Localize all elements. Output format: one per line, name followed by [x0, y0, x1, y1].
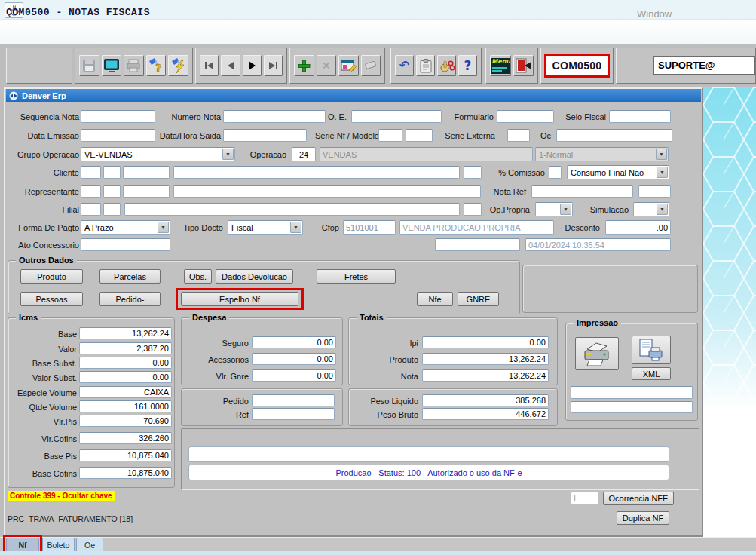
field-selo-fiscal[interactable]: [609, 110, 671, 123]
field-nota-ref[interactable]: [531, 185, 633, 198]
tab-oe[interactable]: Oe: [76, 538, 103, 551]
field-comissao[interactable]: [549, 166, 562, 179]
user-field[interactable]: SUPORTE@: [653, 56, 755, 75]
field-data-emissao[interactable]: [81, 129, 155, 142]
field-representante-3[interactable]: [123, 185, 170, 198]
field-peso-bruto[interactable]: 446.672: [422, 408, 549, 420]
nav-prev-button[interactable]: [221, 55, 240, 76]
field-ato-concessorio[interactable]: [81, 238, 170, 251]
field-vlr-gnre[interactable]: 0.00: [252, 369, 336, 382]
field-icms-base[interactable]: 13,262.24: [79, 327, 172, 339]
nav-first-button[interactable]: [200, 55, 219, 76]
query-form-button[interactable]: [338, 55, 359, 76]
execute-hand-button[interactable]: [437, 55, 456, 76]
obs-button[interactable]: Obs.: [184, 269, 212, 284]
field-peso-liquido[interactable]: 385.268: [422, 394, 549, 406]
field-oc[interactable]: [556, 129, 672, 142]
dropdown-forma-pagto[interactable]: A Prazo ▼: [81, 220, 170, 235]
chevron-down-icon[interactable]: ▼: [158, 222, 169, 233]
field-nota-ref-serie[interactable]: [638, 185, 671, 198]
field-base-pis[interactable]: 10,875.040: [79, 449, 172, 461]
field-seguro[interactable]: 0.00: [252, 336, 336, 348]
field-impressao-1[interactable]: [571, 386, 693, 399]
field-pedido[interactable]: [252, 394, 335, 406]
window-menu[interactable]: Window: [637, 8, 672, 20]
field-icms-valor[interactable]: 2,387.20: [79, 342, 172, 354]
field-vlr-pis[interactable]: 70.690: [79, 415, 172, 427]
field-filial-uf[interactable]: [464, 203, 482, 216]
undo-button[interactable]: ↶: [395, 55, 414, 76]
field-total-produto[interactable]: 13,262.24: [422, 353, 549, 365]
field-especie-volume[interactable]: CAIXA: [79, 386, 172, 398]
save-button[interactable]: [79, 55, 99, 76]
field-oe[interactable]: [351, 110, 442, 123]
field-total-nota[interactable]: 13,262.24: [422, 369, 549, 382]
field-representante-2[interactable]: [103, 185, 121, 198]
dropdown-op-propria[interactable]: ▼: [535, 202, 573, 216]
field-modelo[interactable]: [406, 129, 433, 142]
field-representante-nome[interactable]: [173, 185, 481, 198]
field-cliente-3[interactable]: [123, 166, 170, 179]
field-serie-nf[interactable]: [378, 129, 402, 142]
field-desconto[interactable]: .00: [605, 220, 671, 235]
field-cliente-2[interactable]: [103, 166, 121, 179]
field-icms-valor-subst[interactable]: 0.00: [79, 371, 172, 383]
field-filial-1[interactable]: [81, 203, 101, 216]
print-button[interactable]: [124, 55, 144, 76]
tab-boleto[interactable]: Boleto: [42, 538, 75, 551]
pedido-button[interactable]: Pedido-: [99, 292, 161, 306]
field-sequencia-nota[interactable]: [81, 110, 155, 123]
help-button[interactable]: ?: [458, 55, 477, 76]
duplica-nf-button[interactable]: Duplica NF: [617, 511, 669, 525]
clipboard-button[interactable]: [416, 55, 435, 76]
add-record-button[interactable]: [294, 55, 314, 76]
chevron-down-icon[interactable]: ▼: [657, 204, 668, 215]
chevron-down-icon[interactable]: ▼: [290, 222, 301, 233]
exit-button[interactable]: [513, 55, 534, 76]
field-data-hora-saida[interactable]: [223, 129, 307, 142]
field-ocorrencia-tipo[interactable]: L: [571, 492, 598, 504]
field-representante-1[interactable]: [81, 185, 101, 198]
dropdown-consumo-final[interactable]: Consumo Final Nao ▼: [567, 165, 669, 179]
field-filial-2[interactable]: [103, 203, 121, 216]
fretes-button[interactable]: Fretes: [317, 269, 396, 284]
execute-query-button[interactable]: [168, 55, 188, 76]
chevron-down-icon[interactable]: ▼: [657, 167, 668, 178]
field-cliente-1[interactable]: [81, 166, 101, 179]
imprimir-nota-button[interactable]: [575, 337, 619, 370]
gnre-button[interactable]: GNRE: [458, 292, 499, 306]
produto-button[interactable]: Produto: [20, 269, 83, 284]
field-qtde-volume[interactable]: 161.0000: [79, 400, 172, 412]
field-ipi[interactable]: 0.00: [422, 336, 549, 348]
field-acessorios[interactable]: 0.00: [252, 353, 336, 365]
query-help-button[interactable]: ?: [146, 55, 167, 76]
clear-form-button[interactable]: [361, 55, 381, 76]
screen-button[interactable]: [102, 55, 122, 76]
field-base-cofins[interactable]: 10,875.040: [79, 467, 172, 479]
field-serie-externa[interactable]: [507, 129, 530, 142]
chevron-down-icon[interactable]: ▼: [560, 204, 571, 215]
dropdown-grupo-operacao[interactable]: VE-VENDAS ▼: [81, 147, 235, 161]
xml-button[interactable]: XML: [632, 367, 671, 380]
field-cliente-nome[interactable]: [173, 166, 460, 179]
field-operacao[interactable]: 24: [292, 147, 316, 161]
field-icms-base-subst[interactable]: 0.00: [79, 357, 172, 369]
nav-last-button[interactable]: [264, 55, 283, 76]
dados-devolucao-button[interactable]: Dados Devolucao: [216, 269, 293, 284]
field-ref[interactable]: [252, 408, 335, 420]
chevron-down-icon[interactable]: ▼: [222, 149, 234, 160]
menu-button[interactable]: Menu: [490, 55, 511, 76]
ocorrencia-nfe-button[interactable]: Ocorrencia NFE: [603, 492, 674, 505]
field-cliente-uf[interactable]: [464, 166, 482, 179]
pessoas-button[interactable]: Pessoas: [20, 292, 83, 306]
field-impressao-2[interactable]: [571, 401, 693, 413]
field-formulario[interactable]: [497, 110, 554, 123]
field-numero-nota[interactable]: [223, 110, 326, 123]
imprimir-danfe-button[interactable]: [632, 336, 671, 364]
dropdown-simulacao[interactable]: ▼: [633, 202, 669, 216]
parcelas-button[interactable]: Parcelas: [99, 269, 161, 284]
delete-record-button[interactable]: ✕: [317, 55, 337, 76]
nav-next-button[interactable]: [243, 55, 262, 76]
field-vlr-cofins[interactable]: 326.260: [79, 432, 172, 444]
dropdown-tipo-docto[interactable]: Fiscal ▼: [228, 220, 303, 235]
